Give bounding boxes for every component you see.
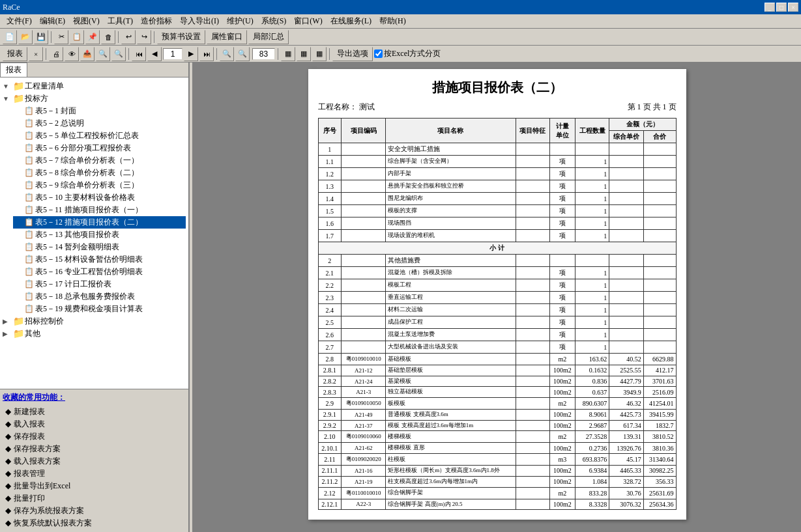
save-btn[interactable]: 💾 [34,30,48,44]
minimize-button[interactable]: _ [765,3,775,12]
tree-item-16[interactable]: 📋 表5－18 总承包服务费报价表 [13,290,186,303]
func-save-scheme[interactable]: ◆保存报表方案 [3,443,186,455]
menu-help[interactable]: 帮助(H) [375,14,410,28]
zoom-fit-btn[interactable]: 🔍 [235,47,250,61]
func-restore-default[interactable]: ◆恢复系统默认报表方案 [3,517,186,529]
print-btn[interactable]: 🖨 [49,47,63,61]
menu-system[interactable]: 系统(S) [257,14,291,28]
last-page-btn[interactable]: ⏭ [199,47,214,61]
cut-btn[interactable]: ✂ [54,30,68,44]
grid2-btn[interactable]: ▦ [297,47,311,61]
tree-item-1[interactable]: 📋 表5－1 封面 [13,105,186,117]
row-no: 1.1 [318,156,342,168]
preview-btn[interactable]: 👁 [65,47,79,61]
func-save-report[interactable]: ◆保存报表 [3,430,186,443]
grid3-btn[interactable]: ▦ [312,47,327,61]
func-batch-export[interactable]: ◆批量导出到Excel [3,480,186,492]
tree-item-4[interactable]: 📋 表5－6 分部分项工程报价表 [13,142,186,154]
tree-item-15[interactable]: 📋 表5－17 计日工报价表 [13,278,186,290]
tree-item-2[interactable]: 📋 表5－2 总说明 [13,117,186,130]
export-btn[interactable]: 📤 [80,47,95,61]
menu-file[interactable]: 文件(F) [3,14,36,28]
menu-price-index[interactable]: 造价指标 [137,14,176,28]
zoom-in-btn[interactable]: 🔍 [111,47,126,61]
tree-item-root1[interactable]: ▼ 📁 工程量清单 [3,80,186,92]
menu-window[interactable]: 窗口(W) [290,14,326,28]
budget-settings-btn[interactable]: 预算书设置 [157,30,205,44]
func-load-scheme[interactable]: ◆载入报表方案 [3,455,186,468]
row-total [643,193,676,205]
paste-btn[interactable]: 📌 [85,30,100,44]
row-unit: 项 [550,267,575,279]
row-name: 基梁模板 [386,376,516,387]
tree-item-7[interactable]: 📋 表5－9 综合单价分析表（三） [13,179,186,191]
row-name: 模板 支模高度超过3.6m每增加1m [386,420,516,431]
func-load-report[interactable]: ◆载入报表 [3,418,186,430]
tree-item-12[interactable]: 📋 表5－14 暂列金额明细表 [13,241,186,253]
menu-edit[interactable]: 编辑(E) [36,14,69,28]
close-button[interactable]: × [788,3,798,12]
page-input[interactable] [163,48,182,60]
prop-window-btn[interactable]: 属性窗口 [207,30,247,44]
tree-item-11[interactable]: 📋 表5－13 其他项目报价表 [13,229,186,241]
redo-btn[interactable]: ↪ [137,30,151,44]
tree-item-9[interactable]: 📋 表5－11 措施项目报价表（一） [13,204,186,216]
new-btn[interactable]: 📄 [3,30,17,44]
row-feature [516,499,549,510]
table-row: 2.8.3 A21-3 独立基础模板 100m2 0.637 3949.9 25… [318,387,676,398]
tree-item-10[interactable]: 📋 表5－12 措施项目报价表（二） [13,216,186,229]
report-tab[interactable]: 报表 [0,63,27,77]
tree-item-17[interactable]: 📋 表5－19 规费和税金项目计算表 [13,303,186,315]
tree-item-13[interactable]: 📋 表5－15 材料设备暂估价明细表 [13,253,186,266]
zoom-search-btn[interactable]: 🔍 [220,47,234,61]
prev-page-btn[interactable]: ◀ [147,47,162,61]
expand-spacer [13,305,23,313]
expand-icon[interactable]: ▼ [3,95,13,102]
delete-btn[interactable]: 🗑 [101,30,115,44]
func-save-sys-scheme[interactable]: ◆保存为系统报表方案 [3,505,186,517]
open-btn[interactable]: 📂 [18,30,33,44]
menu-maintain[interactable]: 维护(U) [223,14,257,28]
export-options-btn[interactable]: 导出选项 [332,47,373,61]
zoom-out-btn[interactable]: 🔍 [96,47,110,61]
expand-icon[interactable]: ▶ [3,318,13,325]
row-feature [516,279,549,292]
func-manage-report[interactable]: ◆报表管理 [3,468,186,480]
bullet-icon: ◆ [5,432,11,441]
row-unit-price [609,205,643,217]
menu-import-export[interactable]: 导入导出(I) [176,14,223,28]
copy-btn[interactable]: 📋 [70,30,84,44]
row-no: 2.4 [318,304,342,316]
row-unit: 100m2 [550,466,575,477]
partial-sum-btn[interactable]: 局部汇总 [248,30,289,44]
excel-page-break-checkbox[interactable]: 按Excel方式分页 [374,48,441,59]
tree-item-5[interactable]: 📋 表5－7 综合单价分析表（一） [13,154,186,167]
expand-icon[interactable]: ▶ [3,330,13,337]
tree-item-root3[interactable]: ▶ 📁 招标控制价 [3,315,186,328]
expand-icon[interactable]: ▼ [3,83,13,90]
row-unit: 项 [550,156,575,168]
sep7 [278,48,278,60]
row-unit: 项 [550,205,575,217]
tree-item-8[interactable]: 📋 表5－10 主要材料设备价格表 [13,191,186,204]
undo-btn[interactable]: ↩ [121,30,136,44]
tree-item-root2[interactable]: ▼ 📁 投标方 [3,92,186,105]
menu-view[interactable]: 视图(V) [69,14,104,28]
close-tab-btn[interactable]: × [29,47,43,61]
expand-spacer [13,132,23,139]
first-page-btn[interactable]: ⏮ [132,47,146,61]
tree-item-6[interactable]: 📋 表5－8 综合单价分析表（二） [13,167,186,179]
grid1-btn[interactable]: ▦ [281,47,295,61]
zoom-value-input[interactable]: 83 [252,48,275,60]
tree-item-3[interactable]: 📋 表5－5 单位工程投标价汇总表 [13,130,186,142]
tree-item-root4[interactable]: ▶ 📁 其他 [3,328,186,340]
func-batch-print[interactable]: ◆批量打印 [3,492,186,505]
menu-tools[interactable]: 工具(T) [104,14,137,28]
doc-icon: 📋 [23,304,34,315]
menu-online[interactable]: 在线服务(L) [327,14,375,28]
row-total [643,180,676,193]
func-new-report[interactable]: ◆新建报表 [3,406,186,418]
maximize-button[interactable]: □ [776,3,787,12]
next-page-btn[interactable]: ▶ [184,47,198,61]
tree-item-14[interactable]: 📋 表5－16 专业工程暂估价明细表 [13,266,186,278]
